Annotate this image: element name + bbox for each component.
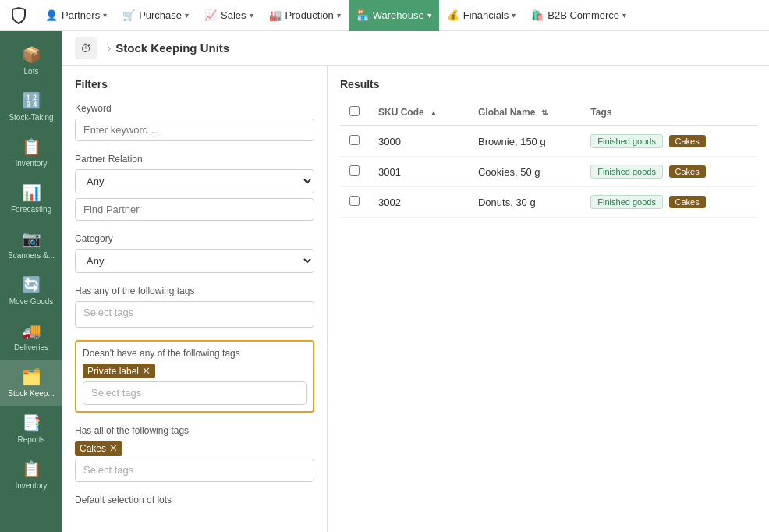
- page-title: Stock Keeping Units: [115, 41, 229, 55]
- doesnt-have-tags-container: Doesn't have any of the following tags P…: [75, 340, 314, 413]
- nav-item-sales[interactable]: 📈 Sales ▾: [197, 0, 261, 31]
- sidebar-item-scanners[interactable]: 📷 Scanners &...: [0, 222, 62, 268]
- tags-col: Tags: [581, 100, 757, 126]
- deliveries-icon: 🚚: [22, 321, 41, 340]
- has-all-tags-group: Has all of the following tags Cakes ✕ Se…: [75, 425, 314, 482]
- stock-keep-icon: 🗂️: [22, 367, 41, 386]
- sort-icon: ⇅: [541, 108, 548, 117]
- nav-item-warehouse[interactable]: 🏪 Warehouse ▾: [349, 0, 439, 31]
- sidebar-item-lots[interactable]: 📦 Lots: [0, 37, 62, 83]
- private-label-tag: Private label ✕: [83, 364, 155, 378]
- sidebar: 📦 Lots 🔢 Stock-Taking 📋 Inventory 📊 Fore…: [0, 31, 62, 532]
- chevron-down-icon: ▾: [337, 11, 341, 20]
- filters-title: Filters: [75, 78, 314, 90]
- sales-icon: 📈: [204, 9, 217, 21]
- sidebar-item-label: Move Goods: [9, 297, 54, 306]
- breadcrumb-separator: ›: [108, 42, 111, 54]
- logo[interactable]: [6, 3, 31, 28]
- global-name-cell: Cookies, 50 g: [469, 157, 581, 187]
- find-partner-input[interactable]: [75, 198, 314, 221]
- tags-cell: Finished goods Cakes: [581, 187, 757, 218]
- category-select[interactable]: Any: [75, 249, 314, 273]
- row-checkbox[interactable]: [349, 165, 360, 176]
- doesnt-have-tags-label: Doesn't have any of the following tags: [83, 348, 307, 359]
- sidebar-item-label: Stock Keep...: [8, 389, 54, 398]
- row-checkbox[interactable]: [349, 196, 360, 206]
- sidebar-item-label: Deliveries: [14, 343, 48, 352]
- finished-goods-badge: Finished goods: [590, 134, 663, 148]
- nav-item-purchase[interactable]: 🛒 Purchase ▾: [115, 0, 197, 31]
- has-all-tags-chips-area: Cakes ✕: [75, 441, 314, 456]
- select-all-checkbox[interactable]: [349, 106, 360, 116]
- sidebar-item-stock-taking[interactable]: 🔢 Stock-Taking: [0, 83, 62, 129]
- sidebar-item-inventory[interactable]: 📋 Inventory: [0, 129, 62, 176]
- sku-cell: 3002: [369, 187, 469, 218]
- cakes-badge: Cakes: [669, 196, 706, 208]
- sidebar-item-label: Forecasting: [11, 205, 51, 214]
- default-lots-label: Default selection of lots: [75, 495, 314, 505]
- cakes-badge: Cakes: [669, 165, 706, 178]
- default-lots-group: Default selection of lots: [75, 495, 314, 505]
- sku-code-col[interactable]: SKU Code ▲: [369, 100, 469, 126]
- right-side: ⏱ › Stock Keeping Units Filters Keyword …: [62, 31, 769, 532]
- keyword-input[interactable]: [75, 119, 314, 141]
- doesnt-have-tags-group: Doesn't have any of the following tags P…: [75, 340, 314, 413]
- partner-relation-filter-group: Partner Relation Any: [75, 154, 314, 221]
- has-any-tags-input[interactable]: Select tags: [75, 301, 314, 328]
- remove-cakes-tag-button[interactable]: ✕: [109, 442, 118, 454]
- finished-goods-badge: Finished goods: [590, 165, 663, 179]
- sidebar-item-reports[interactable]: 📑 Reports: [0, 406, 62, 452]
- sidebar-item-label: Inventory: [15, 159, 47, 168]
- history-icon: ⏱: [80, 42, 91, 55]
- table-row: 3001 Cookies, 50 g Finished goods Cakes: [340, 157, 757, 187]
- sidebar-item-stock-keep[interactable]: 🗂️ Stock Keep...: [0, 360, 62, 406]
- chevron-down-icon: ▾: [427, 11, 431, 20]
- has-any-tags-label: Has any of the following tags: [75, 286, 314, 296]
- has-all-tags-input[interactable]: Select tags: [75, 459, 314, 482]
- sidebar-item-deliveries[interactable]: 🚚 Deliveries: [0, 314, 62, 360]
- nav-item-partners[interactable]: 👤 Partners ▾: [37, 0, 115, 31]
- stock-taking-icon: 🔢: [22, 91, 41, 110]
- scanners-icon: 📷: [22, 229, 41, 248]
- results-title: Results: [340, 78, 757, 90]
- sort-asc-icon: ▲: [430, 108, 438, 117]
- sidebar-item-label: Inventory: [15, 481, 47, 490]
- partner-relation-select[interactable]: Any: [75, 169, 314, 193]
- row-checkbox-cell: [340, 157, 369, 187]
- sidebar-item-label: Scanners &...: [8, 251, 55, 260]
- doesnt-have-tags-input[interactable]: Select tags: [83, 381, 307, 405]
- sidebar-item-forecasting[interactable]: 📊 Forecasting: [0, 176, 62, 222]
- finished-goods-badge: Finished goods: [590, 195, 663, 209]
- breadcrumb-back-button[interactable]: ⏱: [75, 37, 97, 59]
- inventory-icon: 📋: [22, 137, 41, 156]
- has-any-tags-placeholder: Select tags: [83, 307, 133, 318]
- production-icon: 🏭: [269, 9, 282, 21]
- partners-icon: 👤: [45, 9, 58, 21]
- sku-cell: 3000: [369, 126, 469, 157]
- keyword-label: Keyword: [75, 103, 314, 114]
- sidebar-item-inventory2[interactable]: 📋 Inventory: [0, 452, 62, 498]
- global-name-col[interactable]: Global Name ⇅: [469, 100, 581, 126]
- b2b-icon: 🛍️: [531, 9, 544, 21]
- financials-icon: 💰: [447, 9, 459, 21]
- doesnt-have-tags-chips-area: Private label ✕: [83, 364, 307, 378]
- remove-tag-button[interactable]: ✕: [142, 365, 151, 377]
- has-all-tags-placeholder: Select tags: [83, 464, 133, 476]
- row-checkbox[interactable]: [349, 135, 360, 145]
- forecasting-icon: 📊: [22, 183, 41, 202]
- chevron-down-icon: ▾: [185, 11, 189, 20]
- tag-text: Private label: [87, 366, 139, 377]
- sidebar-item-label: Stock-Taking: [9, 113, 53, 122]
- purchase-icon: 🛒: [122, 9, 135, 21]
- sidebar-item-label: Lots: [24, 67, 39, 76]
- filters-panel: Filters Keyword Partner Relation Any Ca: [62, 66, 328, 532]
- nav-item-financials[interactable]: 💰 Financials ▾: [439, 0, 524, 31]
- nav-item-b2b[interactable]: 🛍️ B2B Commerce ▾: [523, 0, 634, 31]
- reports-icon: 📑: [22, 413, 41, 432]
- doesnt-have-tags-placeholder: Select tags: [91, 387, 141, 399]
- table-row: 3000 Brownie, 150 g Finished goods Cakes: [340, 126, 757, 157]
- category-label: Category: [75, 233, 314, 244]
- sidebar-item-move-goods[interactable]: 🔄 Move Goods: [0, 268, 62, 314]
- nav-item-production[interactable]: 🏭 Production ▾: [261, 0, 349, 31]
- results-panel: Results SKU Code ▲ Global N: [328, 66, 769, 532]
